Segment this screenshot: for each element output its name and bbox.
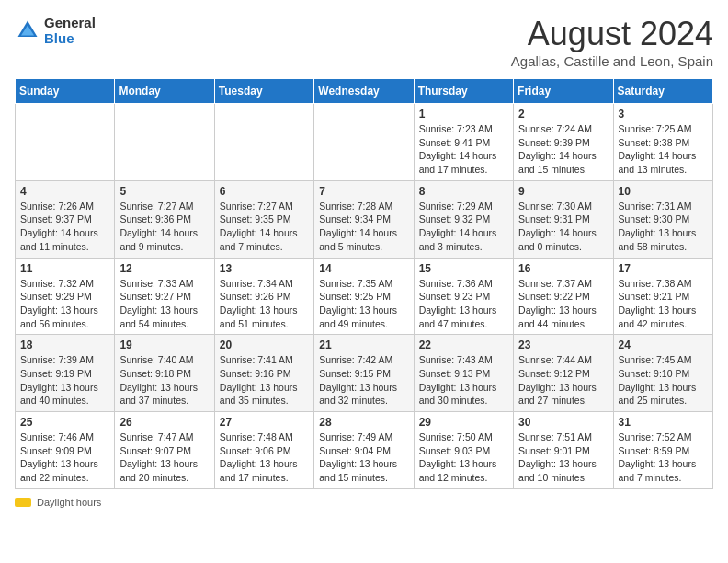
footer-note: Daylight hours <box>15 497 713 508</box>
day-info: Sunrise: 7:30 AM Sunset: 9:31 PM Dayligh… <box>518 200 608 254</box>
day-info: Sunrise: 7:38 AM Sunset: 9:21 PM Dayligh… <box>619 277 708 331</box>
col-header-saturday: Saturday <box>613 79 712 104</box>
logo-blue: Blue <box>44 30 96 46</box>
calendar-cell: 13Sunrise: 7:34 AM Sunset: 9:26 PM Dayli… <box>214 258 313 335</box>
calendar-cell: 8Sunrise: 7:29 AM Sunset: 9:32 PM Daylig… <box>414 180 513 258</box>
logo-general: General <box>44 15 96 30</box>
day-info: Sunrise: 7:48 AM Sunset: 9:06 PM Dayligh… <box>220 431 309 485</box>
calendar-cell: 5Sunrise: 7:27 AM Sunset: 9:36 PM Daylig… <box>115 180 214 258</box>
calendar-week-3: 11Sunrise: 7:32 AM Sunset: 9:29 PM Dayli… <box>16 258 713 335</box>
day-info: Sunrise: 7:39 AM Sunset: 9:19 PM Dayligh… <box>20 353 109 408</box>
day-number: 7 <box>319 185 408 198</box>
title-block: August 2024 Agallas, Castille and Leon, … <box>511 15 713 69</box>
calendar-cell <box>115 104 214 181</box>
day-number: 13 <box>220 262 309 275</box>
calendar-cell <box>16 104 115 181</box>
month-title: August 2024 <box>511 15 713 53</box>
col-header-wednesday: Wednesday <box>314 79 414 104</box>
page-header: General Blue August 2024 Agallas, Castil… <box>15 15 713 69</box>
col-header-sunday: Sunday <box>16 79 115 104</box>
calendar-header: SundayMondayTuesdayWednesdayThursdayFrid… <box>16 79 713 104</box>
calendar-week-4: 18Sunrise: 7:39 AM Sunset: 9:19 PM Dayli… <box>16 335 713 412</box>
logo-text: General Blue <box>44 15 96 46</box>
day-info: Sunrise: 7:31 AM Sunset: 9:30 PM Dayligh… <box>619 200 708 254</box>
day-number: 8 <box>419 185 508 198</box>
calendar-cell: 2Sunrise: 7:24 AM Sunset: 9:39 PM Daylig… <box>514 104 613 181</box>
day-info: Sunrise: 7:34 AM Sunset: 9:26 PM Dayligh… <box>220 277 309 331</box>
day-info: Sunrise: 7:35 AM Sunset: 9:25 PM Dayligh… <box>319 277 408 331</box>
header-row: SundayMondayTuesdayWednesdayThursdayFrid… <box>16 79 713 104</box>
day-number: 26 <box>119 416 209 429</box>
calendar-cell: 17Sunrise: 7:38 AM Sunset: 9:21 PM Dayli… <box>613 258 712 335</box>
day-info: Sunrise: 7:23 AM Sunset: 9:41 PM Dayligh… <box>419 122 508 177</box>
calendar-cell: 25Sunrise: 7:46 AM Sunset: 9:09 PM Dayli… <box>16 412 115 489</box>
day-number: 29 <box>419 416 508 429</box>
col-header-tuesday: Tuesday <box>214 79 313 104</box>
day-info: Sunrise: 7:45 AM Sunset: 9:10 PM Dayligh… <box>619 353 708 408</box>
calendar-cell: 16Sunrise: 7:37 AM Sunset: 9:22 PM Dayli… <box>514 258 613 335</box>
day-number: 21 <box>319 339 408 351</box>
day-info: Sunrise: 7:25 AM Sunset: 9:38 PM Dayligh… <box>619 122 708 177</box>
calendar-cell: 18Sunrise: 7:39 AM Sunset: 9:19 PM Dayli… <box>16 335 115 412</box>
calendar-cell: 4Sunrise: 7:26 AM Sunset: 9:37 PM Daylig… <box>16 180 115 258</box>
day-info: Sunrise: 7:26 AM Sunset: 9:37 PM Dayligh… <box>20 200 109 254</box>
calendar-cell: 19Sunrise: 7:40 AM Sunset: 9:18 PM Dayli… <box>115 335 214 412</box>
day-info: Sunrise: 7:33 AM Sunset: 9:27 PM Dayligh… <box>119 277 209 331</box>
day-info: Sunrise: 7:28 AM Sunset: 9:34 PM Dayligh… <box>319 200 408 254</box>
calendar-cell <box>314 104 414 181</box>
day-info: Sunrise: 7:51 AM Sunset: 9:01 PM Dayligh… <box>518 431 608 485</box>
day-number: 15 <box>419 262 508 275</box>
day-number: 23 <box>518 339 608 351</box>
col-header-monday: Monday <box>115 79 214 104</box>
calendar-cell: 9Sunrise: 7:30 AM Sunset: 9:31 PM Daylig… <box>514 180 613 258</box>
calendar-cell: 3Sunrise: 7:25 AM Sunset: 9:38 PM Daylig… <box>613 104 712 181</box>
calendar-cell: 1Sunrise: 7:23 AM Sunset: 9:41 PM Daylig… <box>414 104 513 181</box>
calendar-cell: 11Sunrise: 7:32 AM Sunset: 9:29 PM Dayli… <box>16 258 115 335</box>
calendar-cell: 23Sunrise: 7:44 AM Sunset: 9:12 PM Dayli… <box>514 335 613 412</box>
calendar-week-2: 4Sunrise: 7:26 AM Sunset: 9:37 PM Daylig… <box>16 180 713 258</box>
calendar-cell: 10Sunrise: 7:31 AM Sunset: 9:30 PM Dayli… <box>613 180 712 258</box>
calendar-cell: 31Sunrise: 7:52 AM Sunset: 8:59 PM Dayli… <box>613 412 712 489</box>
calendar-cell: 30Sunrise: 7:51 AM Sunset: 9:01 PM Dayli… <box>514 412 613 489</box>
daylight-label: Daylight hours <box>37 497 101 508</box>
day-info: Sunrise: 7:32 AM Sunset: 9:29 PM Dayligh… <box>20 277 109 331</box>
day-number: 25 <box>20 416 109 429</box>
day-number: 4 <box>20 185 109 198</box>
calendar-cell: 24Sunrise: 7:45 AM Sunset: 9:10 PM Dayli… <box>613 335 712 412</box>
day-number: 27 <box>220 416 309 429</box>
calendar-cell: 21Sunrise: 7:42 AM Sunset: 9:15 PM Dayli… <box>314 335 414 412</box>
day-info: Sunrise: 7:47 AM Sunset: 9:07 PM Dayligh… <box>119 431 209 485</box>
day-number: 18 <box>20 339 109 351</box>
logo: General Blue <box>15 15 96 46</box>
calendar-cell: 6Sunrise: 7:27 AM Sunset: 9:35 PM Daylig… <box>214 180 313 258</box>
day-info: Sunrise: 7:24 AM Sunset: 9:39 PM Dayligh… <box>518 122 608 177</box>
day-number: 17 <box>619 262 708 275</box>
calendar-cell: 29Sunrise: 7:50 AM Sunset: 9:03 PM Dayli… <box>414 412 513 489</box>
day-number: 5 <box>119 185 209 198</box>
calendar-week-5: 25Sunrise: 7:46 AM Sunset: 9:09 PM Dayli… <box>16 412 713 489</box>
calendar-cell: 14Sunrise: 7:35 AM Sunset: 9:25 PM Dayli… <box>314 258 414 335</box>
day-number: 16 <box>518 262 608 275</box>
calendar-cell: 12Sunrise: 7:33 AM Sunset: 9:27 PM Dayli… <box>115 258 214 335</box>
day-info: Sunrise: 7:40 AM Sunset: 9:18 PM Dayligh… <box>119 353 209 408</box>
day-info: Sunrise: 7:50 AM Sunset: 9:03 PM Dayligh… <box>419 431 508 485</box>
calendar-table: SundayMondayTuesdayWednesdayThursdayFrid… <box>15 78 713 489</box>
day-number: 22 <box>419 339 508 351</box>
calendar-cell: 27Sunrise: 7:48 AM Sunset: 9:06 PM Dayli… <box>214 412 313 489</box>
calendar-cell: 22Sunrise: 7:43 AM Sunset: 9:13 PM Dayli… <box>414 335 513 412</box>
day-number: 1 <box>419 108 508 121</box>
calendar-cell <box>214 104 313 181</box>
day-number: 24 <box>619 339 708 351</box>
day-number: 30 <box>518 416 608 429</box>
day-info: Sunrise: 7:52 AM Sunset: 8:59 PM Dayligh… <box>619 431 708 485</box>
day-number: 3 <box>619 108 708 121</box>
day-number: 14 <box>319 262 408 275</box>
day-number: 6 <box>220 185 309 198</box>
calendar-cell: 26Sunrise: 7:47 AM Sunset: 9:07 PM Dayli… <box>115 412 214 489</box>
day-info: Sunrise: 7:42 AM Sunset: 9:15 PM Dayligh… <box>319 353 408 408</box>
day-number: 2 <box>518 108 608 121</box>
day-info: Sunrise: 7:27 AM Sunset: 9:35 PM Dayligh… <box>220 200 309 254</box>
calendar-week-1: 1Sunrise: 7:23 AM Sunset: 9:41 PM Daylig… <box>16 104 713 181</box>
calendar-cell: 28Sunrise: 7:49 AM Sunset: 9:04 PM Dayli… <box>314 412 414 489</box>
daylight-bar-icon <box>15 498 31 507</box>
